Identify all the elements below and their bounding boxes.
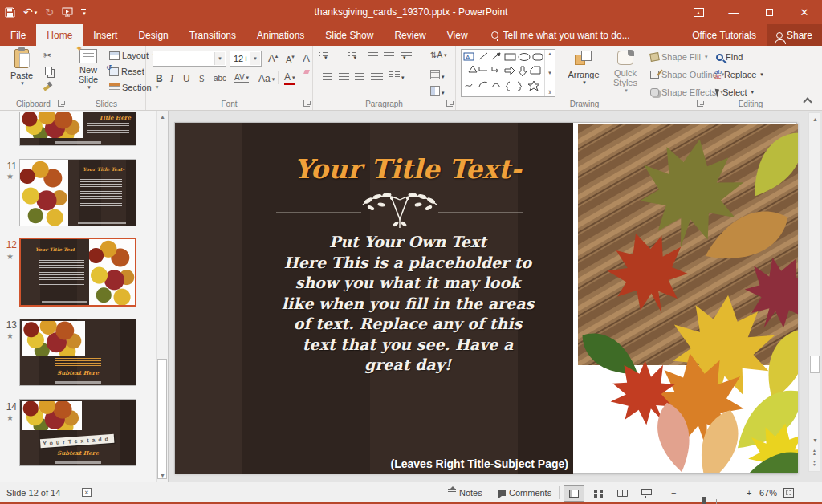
autumn-leaves-photo[interactable]	[578, 124, 798, 473]
align-text-icon[interactable]	[430, 70, 445, 81]
bullets-icon[interactable]	[323, 52, 328, 62]
tab-transitions[interactable]: Transitions	[179, 24, 246, 46]
slide-counter[interactable]: Slide 12 of 14	[6, 482, 60, 502]
maximize-button[interactable]	[751, 0, 787, 24]
slide-canvas-area: Your Title Text-	[169, 111, 822, 482]
change-case-button[interactable]: Aa	[258, 73, 275, 84]
thumbnail-scrollbar-thumb[interactable]	[157, 359, 167, 479]
tab-insert[interactable]: Insert	[83, 24, 128, 46]
justify-icon[interactable]	[371, 73, 383, 82]
scroll-down-icon[interactable]: ▼	[809, 434, 821, 446]
paragraph-dialog-launcher[interactable]	[446, 100, 453, 107]
collapse-ribbon-icon[interactable]	[803, 97, 812, 106]
italic-button[interactable]: I	[170, 73, 173, 85]
tab-office-tutorials[interactable]: Office Tutorials	[682, 24, 767, 46]
scroll-down-icon[interactable]: ▼	[157, 469, 169, 482]
tab-review[interactable]: Review	[384, 24, 436, 46]
tab-home[interactable]: Home	[36, 24, 83, 46]
ribbon-display-options-icon[interactable]: ▴	[681, 0, 716, 24]
select-button[interactable]: Select	[716, 87, 754, 97]
font-dialog-launcher[interactable]	[303, 100, 310, 107]
reading-view-button[interactable]	[612, 485, 633, 502]
canvas-scrollbar[interactable]: ▲ ▼ ▲▲ ▼▼	[808, 112, 820, 472]
numbering-icon[interactable]	[352, 52, 357, 62]
slide-thumbnail-panel: Title Here 11 Your Title Text- 12 Your T…	[0, 111, 169, 482]
new-slide-icon	[79, 49, 97, 63]
columns-icon[interactable]	[389, 71, 405, 82]
clipboard-dialog-launcher[interactable]	[58, 100, 64, 107]
reset-button[interactable]: Reset	[109, 67, 144, 76]
align-left-icon[interactable]	[323, 73, 332, 82]
scroll-up-icon[interactable]: ▲	[157, 111, 169, 123]
font-color-button[interactable]: A	[284, 72, 295, 85]
slide-sorter-view-button[interactable]	[588, 485, 608, 502]
decrease-indent-icon[interactable]	[368, 52, 378, 61]
previous-slide-icon[interactable]: ▲▲	[812, 449, 816, 455]
increase-font-size-button[interactable]: A▴	[268, 52, 278, 64]
slide-caption[interactable]: (Leaves Right Title-Subject Page)	[391, 457, 568, 470]
slide-sorter-icon	[594, 490, 603, 498]
cut-icon[interactable]	[43, 50, 51, 61]
font-group-label: Font	[146, 100, 312, 108]
zoom-out-button[interactable]: −	[671, 482, 676, 502]
canvas-scrollbar-thumb[interactable]	[810, 356, 820, 373]
tell-me-label: Tell me what you want to do...	[503, 30, 630, 41]
notes-button[interactable]: Notes	[448, 482, 482, 502]
share-button[interactable]: Share	[767, 24, 822, 46]
slide-12-canvas[interactable]: Your Title Text-	[174, 122, 797, 474]
shape-fill-button[interactable]: Shape Fill	[650, 52, 707, 62]
new-slide-button[interactable]: New Slide	[71, 49, 106, 91]
scroll-up-icon[interactable]: ▲	[809, 113, 821, 125]
normal-view-button[interactable]	[564, 485, 584, 502]
text-shadow-button[interactable]: abc	[214, 74, 226, 83]
tab-file[interactable]: File	[0, 24, 36, 46]
slide-body-text[interactable]: Put Your Own Text Here This is a placeho…	[247, 232, 568, 376]
strikethrough-button[interactable]: S	[199, 73, 205, 85]
shapes-gallery-scroll[interactable]: ▲▼⊻	[544, 50, 555, 96]
slide-title-text[interactable]: Your Title Text-	[247, 153, 568, 185]
zoom-slider[interactable]	[681, 492, 751, 504]
find-button[interactable]: Find	[716, 52, 743, 62]
underline-button[interactable]: U	[183, 73, 190, 84]
tab-animations[interactable]: Animations	[246, 24, 315, 46]
character-spacing-button[interactable]: AV	[234, 73, 249, 83]
zoom-slider-thumb[interactable]	[702, 497, 706, 504]
decrease-font-size-button[interactable]: A▾	[286, 54, 295, 64]
next-slide-icon[interactable]: ▼▼	[812, 460, 816, 466]
quick-styles-button[interactable]: Quick Styles	[607, 51, 644, 94]
tab-slide-show[interactable]: Slide Show	[315, 24, 384, 46]
clear-formatting-button[interactable]: A	[300, 52, 312, 76]
zoom-in-button[interactable]: +	[747, 482, 751, 502]
zoom-level[interactable]: 67%	[759, 482, 777, 502]
convert-smartart-icon[interactable]	[430, 86, 445, 97]
fit-slide-to-window-button[interactable]	[783, 482, 794, 502]
thumbnail-slide-14[interactable]: YourTextadd Subtext Here	[19, 399, 136, 466]
font-name-combobox[interactable]: ▾	[153, 51, 226, 67]
shapes-gallery[interactable]: A	[461, 49, 555, 97]
thumbnail-scrollbar[interactable]: ▲ ▼	[156, 111, 168, 482]
align-right-icon[interactable]	[355, 73, 364, 82]
copy-icon[interactable]	[45, 67, 52, 75]
drawing-dialog-launcher[interactable]	[697, 100, 703, 107]
font-size-combobox[interactable]: 12+▾	[230, 51, 262, 67]
spell-check-icon[interactable]: ✕	[82, 482, 92, 502]
arrange-button[interactable]: Arrange	[564, 51, 604, 86]
text-direction-icon[interactable]: ⇅A	[430, 51, 447, 59]
comments-button[interactable]: Comments	[498, 482, 551, 502]
thumbnail-slide-13[interactable]: Subtext Here	[19, 319, 136, 386]
thumbnail-slide-12-selected[interactable]: Your Title Text-	[19, 238, 136, 307]
tab-view[interactable]: View	[437, 24, 478, 46]
tab-design[interactable]: Design	[128, 24, 178, 46]
tell-me-box[interactable]: Tell me what you want to do...	[491, 24, 630, 46]
close-button[interactable]: ✕	[787, 0, 822, 24]
minimize-button[interactable]: —	[716, 0, 751, 24]
align-center-icon[interactable]	[339, 73, 349, 82]
thumbnail-slide-10[interactable]: Title Here	[19, 112, 136, 146]
slide-show-button[interactable]	[636, 485, 657, 502]
increase-indent-icon[interactable]	[384, 52, 394, 61]
line-spacing-icon[interactable]	[401, 52, 412, 61]
paste-button[interactable]: Paste	[5, 49, 39, 87]
thumbnail-slide-11[interactable]: Your Title Text-	[19, 159, 136, 226]
bold-button[interactable]: B	[156, 73, 163, 84]
replace-button[interactable]: abacReplace	[714, 70, 763, 79]
